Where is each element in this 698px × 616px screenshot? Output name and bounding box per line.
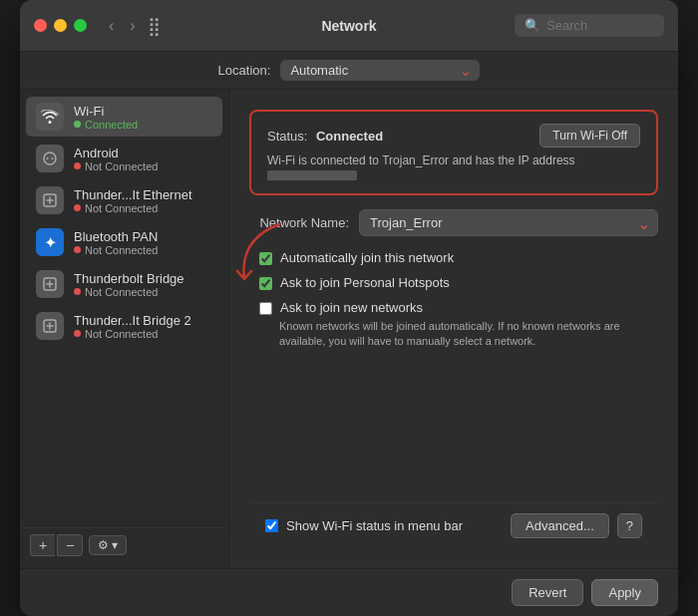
location-label: Location: <box>218 63 271 78</box>
search-icon: 🔍 <box>524 18 540 33</box>
window-title: Network <box>321 18 376 34</box>
thunder-ethernet-status: Not Connected <box>74 202 192 214</box>
svg-point-0 <box>44 153 56 164</box>
fullscreen-button[interactable] <box>74 19 87 32</box>
location-bar: Location: Automatic <box>20 52 678 90</box>
network-preferences-window: ‹ › ⣿ Network 🔍 Location: Automatic <box>20 0 678 616</box>
wifi-info: Wi-Fi Connected <box>74 104 138 131</box>
network-name-select-wrapper: Trojan_Error <box>359 209 658 236</box>
new-networks-checkbox[interactable] <box>259 302 272 315</box>
bluetooth-pan-status: Not Connected <box>74 244 158 256</box>
disconnected-dot5 <box>74 330 81 337</box>
revert-button[interactable]: Revert <box>512 579 583 606</box>
nav-buttons: ‹ › <box>103 15 142 37</box>
android-icon <box>36 145 64 172</box>
network-name-container: Network Name: Trojan_Error <box>249 209 658 236</box>
sidebar-item-thunderbolt-bridge[interactable]: Thunderbolt Bridge Not Connected <box>26 264 222 304</box>
personal-hotspots-checkbox[interactable] <box>259 277 272 290</box>
disconnected-dot3 <box>74 246 81 253</box>
forward-button[interactable]: › <box>124 15 141 37</box>
new-networks-row: Ask to join new networks Known networks … <box>259 300 658 350</box>
action-bar: Revert Apply <box>20 568 678 616</box>
location-select-wrapper: Automatic <box>280 60 480 81</box>
titlebar: ‹ › ⣿ Network 🔍 <box>20 0 678 52</box>
network-name-row: Network Name: Trojan_Error <box>249 209 658 236</box>
personal-hotspots-row: Ask to join Personal Hotspots <box>259 275 658 290</box>
thunder-bridge2-info: Thunder...It Bridge 2 Not Connected <box>74 313 191 340</box>
thunderbolt-bridge-icon <box>36 270 64 298</box>
bottom-bar: Show Wi-Fi status in menu bar Advanced..… <box>249 502 658 548</box>
search-bar: 🔍 <box>515 14 664 37</box>
personal-hotspots-label[interactable]: Ask to join Personal Hotspots <box>280 275 450 290</box>
android-info: Android Not Connected <box>74 146 158 172</box>
chevron-down-icon: ▾ <box>112 538 118 552</box>
show-wifi-checkbox[interactable] <box>265 519 278 532</box>
sidebar-item-bluetooth-pan[interactable]: ✦ Bluetooth PAN Not Connected <box>26 222 222 262</box>
auto-join-row: Automatically join this network <box>259 250 658 265</box>
advanced-button[interactable]: Advanced... <box>511 513 609 538</box>
status-info: Status: Connected <box>267 127 383 145</box>
bluetooth-pan-name: Bluetooth PAN <box>74 229 158 244</box>
wifi-name: Wi-Fi <box>74 104 138 119</box>
wifi-icon <box>36 103 64 131</box>
sidebar-item-thunder-ethernet[interactable]: Thunder...It Ethernet Not Connected <box>26 180 222 220</box>
apply-button[interactable]: Apply <box>591 579 658 606</box>
help-button[interactable]: ? <box>617 513 642 538</box>
svg-point-2 <box>52 157 54 159</box>
add-network-button[interactable]: + <box>30 534 55 556</box>
content-area: Wi-Fi Connected Android <box>20 90 678 568</box>
status-label: Status: <box>267 129 307 144</box>
ip-address-block <box>267 170 357 180</box>
sidebar-footer: + − ⚙ ▾ <box>20 527 228 562</box>
thunderbolt-bridge-info: Thunderbolt Bridge Not Connected <box>74 271 184 298</box>
disconnected-dot2 <box>74 204 81 211</box>
network-name-select[interactable]: Trojan_Error <box>359 209 658 236</box>
sidebar-item-android[interactable]: Android Not Connected <box>26 139 222 178</box>
auto-join-checkbox[interactable] <box>259 252 272 265</box>
network-name-label: Network Name: <box>249 215 349 230</box>
status-box: Status: Connected Turn Wi-Fi Off Wi-Fi i… <box>249 110 658 195</box>
sidebar-gear-button[interactable]: ⚙ ▾ <box>89 535 127 555</box>
traffic-lights <box>34 19 87 32</box>
status-value: Connected <box>316 129 383 144</box>
main-panel: Status: Connected Turn Wi-Fi Off Wi-Fi i… <box>229 90 678 568</box>
show-wifi-label[interactable]: Show Wi-Fi status in menu bar <box>286 518 463 533</box>
thunder-bridge2-icon <box>36 312 64 340</box>
android-name: Android <box>74 146 158 160</box>
connected-dot <box>74 121 81 128</box>
sidebar-item-wifi[interactable]: Wi-Fi Connected <box>26 97 222 137</box>
grid-button[interactable]: ⣿ <box>148 15 159 37</box>
location-select[interactable]: Automatic <box>280 60 480 81</box>
show-wifi-row: Show Wi-Fi status in menu bar <box>265 518 503 533</box>
back-button[interactable]: ‹ <box>103 15 120 37</box>
disconnected-dot4 <box>74 288 81 295</box>
sidebar: Wi-Fi Connected Android <box>20 90 229 568</box>
thunderbolt-bridge-status: Not Connected <box>74 286 184 298</box>
auto-join-label[interactable]: Automatically join this network <box>280 250 454 265</box>
sidebar-item-thunder-bridge2[interactable]: Thunder...It Bridge 2 Not Connected <box>26 306 222 346</box>
gear-icon: ⚙ <box>98 538 109 552</box>
disconnected-dot <box>74 162 81 169</box>
new-networks-desc: Known networks will be joined automatica… <box>279 319 658 350</box>
bluetooth-pan-icon: ✦ <box>36 228 64 256</box>
thunder-ethernet-name: Thunder...It Ethernet <box>74 187 192 202</box>
close-button[interactable] <box>34 19 47 32</box>
thunderbolt-bridge-name: Thunderbolt Bridge <box>74 271 184 286</box>
search-input[interactable] <box>546 18 654 33</box>
turn-wifi-off-button[interactable]: Turn Wi-Fi Off <box>539 124 640 148</box>
status-desc: Wi-Fi is connected to Trojan_Error and h… <box>267 154 640 181</box>
remove-network-button[interactable]: − <box>57 534 83 556</box>
thunder-bridge2-status: Not Connected <box>74 328 191 340</box>
wifi-status: Connected <box>74 119 138 131</box>
minimize-button[interactable] <box>54 19 67 32</box>
bluetooth-pan-info: Bluetooth PAN Not Connected <box>74 229 158 256</box>
new-networks-label[interactable]: Ask to join new networks <box>280 300 423 315</box>
thunder-ethernet-icon <box>36 186 64 214</box>
status-row: Status: Connected Turn Wi-Fi Off <box>267 124 640 148</box>
android-status: Not Connected <box>74 160 158 172</box>
thunder-bridge2-name: Thunder...It Bridge 2 <box>74 313 191 328</box>
thunder-ethernet-info: Thunder...It Ethernet Not Connected <box>74 187 192 214</box>
checkboxes: Automatically join this network Ask to j… <box>249 250 658 350</box>
svg-point-1 <box>47 157 49 159</box>
